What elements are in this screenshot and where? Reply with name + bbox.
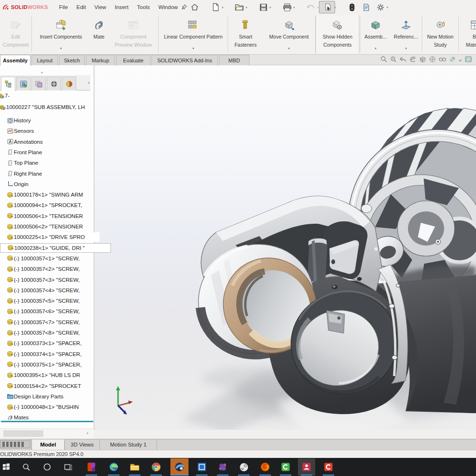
panel-collapse-handle[interactable]: ▴ [41, 71, 46, 73]
taskbar-people[interactable] [301, 461, 312, 473]
taskbar-search[interactable] [20, 461, 32, 473]
panel-tab-overflow[interactable]: › [88, 80, 89, 85]
tree-item[interactable]: (-) 10000357<3> "SCREW, [0, 275, 94, 285]
options-button[interactable] [375, 2, 386, 12]
headsup-section-view-button[interactable] [409, 56, 416, 65]
taskbar-file-explorer[interactable] [129, 461, 140, 473]
panel-tab-propertymanager[interactable] [16, 77, 30, 90]
cm-dropdown-caret[interactable]: ▾ [60, 47, 62, 50]
tree-item[interactable]: 10000154<2> "SPROCKET [0, 381, 94, 391]
taskbar-crimson-app[interactable] [323, 461, 334, 473]
tree-item[interactable]: (-) 10000375<1> "SPACER, [0, 360, 94, 369]
taskbar-start[interactable] [0, 461, 12, 473]
tab-markup[interactable]: Markup [86, 55, 115, 65]
tree-item[interactable]: 10000227 "SUB ASSEMBLY, LH [0, 102, 92, 112]
headsup-zoom-fit-button[interactable] [380, 56, 387, 65]
tree-item[interactable]: (-) 10000357<7> "SCREW, [0, 317, 94, 327]
tree-item[interactable]: 10000395<1> "HUB LS DR [0, 370, 94, 380]
taskbar-office[interactable] [86, 461, 97, 473]
cm-button-insert-components[interactable]: Insert Components▾ [32, 15, 89, 53]
taskbar-chrome[interactable] [150, 461, 162, 473]
tree-item[interactable]: Sensors [0, 126, 94, 136]
cm-button-assemb[interactable]: Assemb...▾ [361, 15, 390, 53]
cm-button-smart-fasteners[interactable]: SmartFasteners [228, 15, 263, 53]
tree-item[interactable]: 7- [0, 91, 90, 100]
tree-item[interactable]: (-) 10000357<1> "SCREW, [0, 254, 94, 263]
tree-item[interactable]: 10000178<1> "SWING ARM [0, 190, 94, 199]
menu-edit[interactable]: Edit [72, 0, 90, 14]
tree-item[interactable]: (-) 10000357<2> "SCREW, [0, 264, 94, 274]
tree-item[interactable]: 10000094<1> "SPROCKET, [0, 200, 94, 210]
print-button[interactable] [282, 2, 292, 12]
taskbar-cortana[interactable] [41, 461, 53, 473]
tree-item[interactable]: Top Plane [0, 158, 94, 168]
cm-dropdown-caret[interactable]: ▾ [192, 47, 194, 50]
doc-tab-3d-views[interactable]: 3D Views [65, 439, 100, 450]
pin-icon[interactable] [181, 4, 188, 10]
panel-tab-configurationmanager[interactable] [31, 77, 46, 90]
taskbar-firefox[interactable] [259, 461, 271, 473]
tree-item[interactable]: (-) 10000357<8> "SCREW, [0, 328, 94, 337]
taskbar-solidworks[interactable] [174, 461, 185, 473]
headsup-appearance-button[interactable] [449, 56, 456, 65]
tree-item[interactable]: 10000238<1> "GUIDE, DRI ˮ [0, 243, 111, 253]
tree-item[interactable]: 10000225<1> "DRIVE SPRO [0, 232, 99, 242]
tree-item[interactable]: (-) 10000374<1> "SPACER, [0, 349, 94, 359]
tab-sketch[interactable]: Sketch [59, 55, 85, 65]
open-dropdown-caret[interactable]: ▾ [246, 6, 249, 10]
options-dropdown-caret[interactable]: ▾ [387, 6, 390, 10]
menu-insert[interactable]: Insert [110, 0, 133, 14]
taskbar-steam[interactable] [238, 461, 249, 473]
headsup-view-orientation-button[interactable] [419, 56, 426, 65]
new-document-button[interactable] [210, 2, 221, 12]
cm-button-show-hidden-components[interactable]: Show HiddenComponents [316, 15, 359, 53]
tab-mbd[interactable]: MBD [219, 55, 249, 65]
tree-scrollbar-arrow[interactable]: › [87, 430, 89, 436]
headsup-hide-items-button[interactable] [438, 56, 446, 64]
taskbar-photos[interactable] [196, 461, 208, 473]
tree-scrollbar-thumb[interactable] [3, 430, 43, 437]
open-button[interactable] [234, 2, 245, 12]
taskbar-task-view[interactable] [62, 461, 74, 473]
new-document-dropdown-caret[interactable]: ▾ [222, 6, 226, 10]
doc-tab-motion-study-1[interactable]: Motion Study 1 [100, 439, 157, 450]
select-dropdown-caret[interactable]: ▾ [334, 6, 338, 10]
taskbar-camtasia[interactable] [280, 461, 291, 473]
tree-item[interactable]: (-) 10000357<5> "SCREW, [0, 296, 94, 306]
cm-dropdown-caret[interactable]: ▾ [375, 47, 377, 50]
tree-item[interactable]: (-) 10000357<6> "SCREW, [0, 307, 94, 316]
save-dropdown-caret[interactable]: ▾ [269, 6, 273, 10]
menu-tools[interactable]: Tools [133, 0, 154, 14]
taskbar-edge[interactable] [108, 461, 119, 473]
tree-item[interactable]: 10000506<2> "TENSIONER [0, 222, 94, 231]
tree-item[interactable]: Origin [0, 179, 94, 189]
tab-assembly[interactable]: Assembly [0, 55, 30, 66]
cm-button-mate[interactable]: Mate [89, 15, 109, 53]
tab-solidworks-add-ins[interactable]: SOLIDWORKS Add-Ins [151, 55, 218, 65]
save-button[interactable] [258, 2, 268, 12]
headsup-zoom-area-button[interactable] [390, 56, 397, 65]
menu-view[interactable]: View [90, 0, 110, 14]
cm-dropdown-caret[interactable]: ▾ [405, 47, 407, 50]
panel-tab-displaymanager[interactable] [62, 77, 76, 90]
tree-item[interactable]: Design Library Parts [0, 392, 94, 401]
headsup-previous-view-button[interactable] [399, 56, 407, 64]
rollback-bar[interactable] [1, 421, 93, 422]
print-dropdown-caret[interactable]: ▾ [293, 6, 297, 10]
headsup-display-style-button[interactable] [429, 56, 436, 65]
cm-dropdown-caret[interactable]: ▾ [288, 47, 290, 50]
cm-button-linear-component-pattern[interactable]: Linear Component Pattern▾ [160, 15, 227, 53]
cm-button-new-motion-study[interactable]: New MotionStudy [423, 15, 458, 53]
menu-file[interactable]: File [55, 0, 72, 14]
headsup-caret-button[interactable] [458, 56, 462, 64]
undo-button[interactable] [306, 2, 316, 12]
tree-item[interactable]: (-) 10000373<1> "SPACER, [0, 338, 94, 348]
panel-tab-dimxpertmanager[interactable] [47, 77, 61, 90]
tab-evaluate[interactable]: Evaluate [116, 55, 150, 65]
tree-item[interactable]: (-) 10000357<4> "SCREW, [0, 286, 94, 295]
menu-window[interactable]: Window [154, 0, 182, 14]
tree-item[interactable]: 10000506<1> "TENSIONER [0, 211, 94, 221]
tree-item[interactable]: Right Plane [0, 169, 94, 178]
cm-button-referenc[interactable]: Referenc...▾ [391, 15, 421, 53]
rebuild-button[interactable] [347, 2, 357, 12]
